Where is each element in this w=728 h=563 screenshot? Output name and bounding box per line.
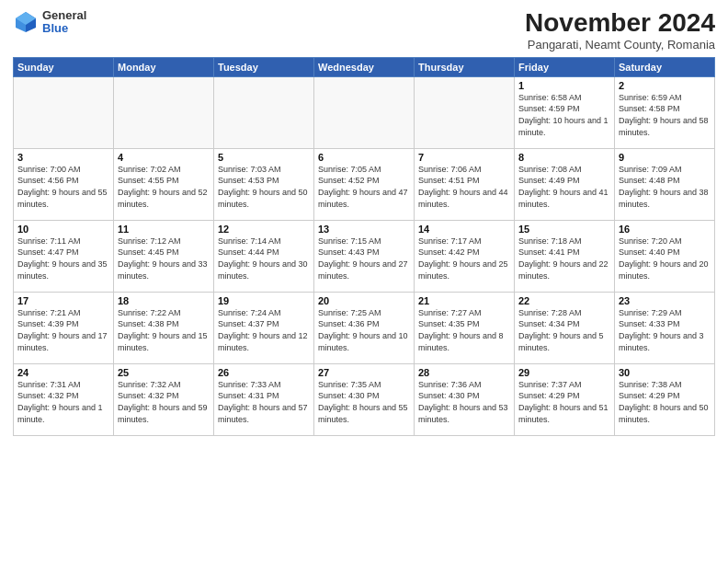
day-info: Sunrise: 7:21 AM Sunset: 4:39 PM Dayligh…	[17, 307, 109, 353]
calendar-week-1: 1Sunrise: 6:58 AM Sunset: 4:59 PM Daylig…	[14, 76, 715, 148]
col-wednesday: Wednesday	[314, 57, 415, 76]
month-title: November 2024	[525, 9, 715, 38]
calendar-cell	[214, 76, 314, 148]
day-number: 30	[619, 367, 711, 378]
logo-text: General Blue	[42, 9, 86, 36]
col-friday: Friday	[515, 57, 615, 76]
logo-general-text: General	[42, 9, 86, 22]
day-info: Sunrise: 7:38 AM Sunset: 4:29 PM Dayligh…	[619, 379, 711, 425]
title-block: November 2024 Pangarati, Neamt County, R…	[525, 9, 715, 52]
day-number: 3	[17, 152, 109, 163]
calendar-cell: 23Sunrise: 7:29 AM Sunset: 4:33 PM Dayli…	[615, 292, 715, 363]
day-info: Sunrise: 7:25 AM Sunset: 4:36 PM Dayligh…	[318, 307, 410, 353]
day-number: 22	[518, 295, 610, 306]
day-info: Sunrise: 7:27 AM Sunset: 4:35 PM Dayligh…	[418, 307, 510, 353]
day-info: Sunrise: 7:03 AM Sunset: 4:53 PM Dayligh…	[218, 164, 310, 210]
logo-icon	[13, 9, 39, 35]
calendar-cell: 18Sunrise: 7:22 AM Sunset: 4:38 PM Dayli…	[114, 292, 214, 363]
day-number: 18	[118, 295, 210, 306]
day-info: Sunrise: 7:35 AM Sunset: 4:30 PM Dayligh…	[318, 379, 410, 425]
day-number: 15	[518, 224, 610, 235]
calendar-cell: 21Sunrise: 7:27 AM Sunset: 4:35 PM Dayli…	[415, 292, 515, 363]
day-info: Sunrise: 7:36 AM Sunset: 4:30 PM Dayligh…	[418, 379, 510, 425]
calendar-week-5: 24Sunrise: 7:31 AM Sunset: 4:32 PM Dayli…	[14, 363, 715, 435]
calendar-week-2: 3Sunrise: 7:00 AM Sunset: 4:56 PM Daylig…	[14, 148, 715, 220]
calendar-cell: 1Sunrise: 6:58 AM Sunset: 4:59 PM Daylig…	[515, 76, 615, 148]
calendar-cell	[314, 76, 415, 148]
day-number: 16	[619, 224, 711, 235]
calendar-cell: 8Sunrise: 7:08 AM Sunset: 4:49 PM Daylig…	[515, 148, 615, 220]
logo: General Blue	[13, 9, 86, 36]
calendar-cell: 2Sunrise: 6:59 AM Sunset: 4:58 PM Daylig…	[615, 76, 715, 148]
day-number: 17	[17, 295, 109, 306]
calendar-cell: 22Sunrise: 7:28 AM Sunset: 4:34 PM Dayli…	[515, 292, 615, 363]
calendar-week-3: 10Sunrise: 7:11 AM Sunset: 4:47 PM Dayli…	[14, 220, 715, 292]
day-info: Sunrise: 7:08 AM Sunset: 4:49 PM Dayligh…	[518, 164, 610, 210]
calendar-cell	[114, 76, 214, 148]
day-number: 29	[518, 367, 610, 378]
day-info: Sunrise: 7:17 AM Sunset: 4:42 PM Dayligh…	[418, 236, 510, 282]
day-info: Sunrise: 7:29 AM Sunset: 4:33 PM Dayligh…	[619, 307, 711, 353]
col-saturday: Saturday	[615, 57, 715, 76]
col-sunday: Sunday	[14, 57, 114, 76]
calendar-cell: 3Sunrise: 7:00 AM Sunset: 4:56 PM Daylig…	[14, 148, 114, 220]
col-tuesday: Tuesday	[214, 57, 314, 76]
calendar-cell: 17Sunrise: 7:21 AM Sunset: 4:39 PM Dayli…	[14, 292, 114, 363]
day-number: 7	[418, 152, 510, 163]
calendar: Sunday Monday Tuesday Wednesday Thursday…	[13, 57, 715, 436]
page: General Blue November 2024 Pangarati, Ne…	[0, 0, 728, 563]
calendar-cell: 19Sunrise: 7:24 AM Sunset: 4:37 PM Dayli…	[214, 292, 314, 363]
calendar-cell: 14Sunrise: 7:17 AM Sunset: 4:42 PM Dayli…	[415, 220, 515, 292]
calendar-cell: 11Sunrise: 7:12 AM Sunset: 4:45 PM Dayli…	[114, 220, 214, 292]
day-info: Sunrise: 7:31 AM Sunset: 4:32 PM Dayligh…	[17, 379, 109, 425]
day-number: 14	[418, 224, 510, 235]
day-number: 11	[118, 224, 210, 235]
day-info: Sunrise: 7:20 AM Sunset: 4:40 PM Dayligh…	[619, 236, 711, 282]
day-info: Sunrise: 7:33 AM Sunset: 4:31 PM Dayligh…	[218, 379, 310, 425]
day-info: Sunrise: 7:28 AM Sunset: 4:34 PM Dayligh…	[518, 307, 610, 353]
day-number: 21	[418, 295, 510, 306]
day-number: 5	[218, 152, 310, 163]
calendar-cell	[14, 76, 114, 148]
day-number: 4	[118, 152, 210, 163]
day-number: 28	[418, 367, 510, 378]
calendar-cell: 27Sunrise: 7:35 AM Sunset: 4:30 PM Dayli…	[314, 363, 415, 435]
calendar-cell: 12Sunrise: 7:14 AM Sunset: 4:44 PM Dayli…	[214, 220, 314, 292]
day-number: 6	[318, 152, 410, 163]
calendar-cell: 6Sunrise: 7:05 AM Sunset: 4:52 PM Daylig…	[314, 148, 415, 220]
day-number: 26	[218, 367, 310, 378]
day-number: 1	[518, 80, 610, 91]
day-info: Sunrise: 7:22 AM Sunset: 4:38 PM Dayligh…	[118, 307, 210, 353]
day-number: 19	[218, 295, 310, 306]
day-number: 24	[17, 367, 109, 378]
day-info: Sunrise: 6:59 AM Sunset: 4:58 PM Dayligh…	[619, 92, 711, 138]
calendar-cell: 25Sunrise: 7:32 AM Sunset: 4:32 PM Dayli…	[114, 363, 214, 435]
calendar-cell: 24Sunrise: 7:31 AM Sunset: 4:32 PM Dayli…	[14, 363, 114, 435]
day-info: Sunrise: 7:05 AM Sunset: 4:52 PM Dayligh…	[318, 164, 410, 210]
calendar-cell: 5Sunrise: 7:03 AM Sunset: 4:53 PM Daylig…	[214, 148, 314, 220]
calendar-cell: 13Sunrise: 7:15 AM Sunset: 4:43 PM Dayli…	[314, 220, 415, 292]
location-subtitle: Pangarati, Neamt County, Romania	[525, 38, 715, 52]
col-thursday: Thursday	[415, 57, 515, 76]
header: General Blue November 2024 Pangarati, Ne…	[13, 9, 715, 52]
day-number: 25	[118, 367, 210, 378]
day-number: 12	[218, 224, 310, 235]
calendar-cell: 28Sunrise: 7:36 AM Sunset: 4:30 PM Dayli…	[415, 363, 515, 435]
day-info: Sunrise: 7:24 AM Sunset: 4:37 PM Dayligh…	[218, 307, 310, 353]
day-info: Sunrise: 7:06 AM Sunset: 4:51 PM Dayligh…	[418, 164, 510, 210]
calendar-cell: 29Sunrise: 7:37 AM Sunset: 4:29 PM Dayli…	[515, 363, 615, 435]
day-info: Sunrise: 7:14 AM Sunset: 4:44 PM Dayligh…	[218, 236, 310, 282]
day-info: Sunrise: 7:11 AM Sunset: 4:47 PM Dayligh…	[17, 236, 109, 282]
calendar-week-4: 17Sunrise: 7:21 AM Sunset: 4:39 PM Dayli…	[14, 292, 715, 363]
day-info: Sunrise: 7:15 AM Sunset: 4:43 PM Dayligh…	[318, 236, 410, 282]
day-number: 10	[17, 224, 109, 235]
calendar-cell: 7Sunrise: 7:06 AM Sunset: 4:51 PM Daylig…	[415, 148, 515, 220]
calendar-cell: 30Sunrise: 7:38 AM Sunset: 4:29 PM Dayli…	[615, 363, 715, 435]
day-info: Sunrise: 7:32 AM Sunset: 4:32 PM Dayligh…	[118, 379, 210, 425]
day-number: 2	[619, 80, 711, 91]
calendar-cell: 20Sunrise: 7:25 AM Sunset: 4:36 PM Dayli…	[314, 292, 415, 363]
day-info: Sunrise: 6:58 AM Sunset: 4:59 PM Dayligh…	[518, 92, 610, 138]
day-number: 9	[619, 152, 711, 163]
calendar-cell: 9Sunrise: 7:09 AM Sunset: 4:48 PM Daylig…	[615, 148, 715, 220]
calendar-cell	[415, 76, 515, 148]
